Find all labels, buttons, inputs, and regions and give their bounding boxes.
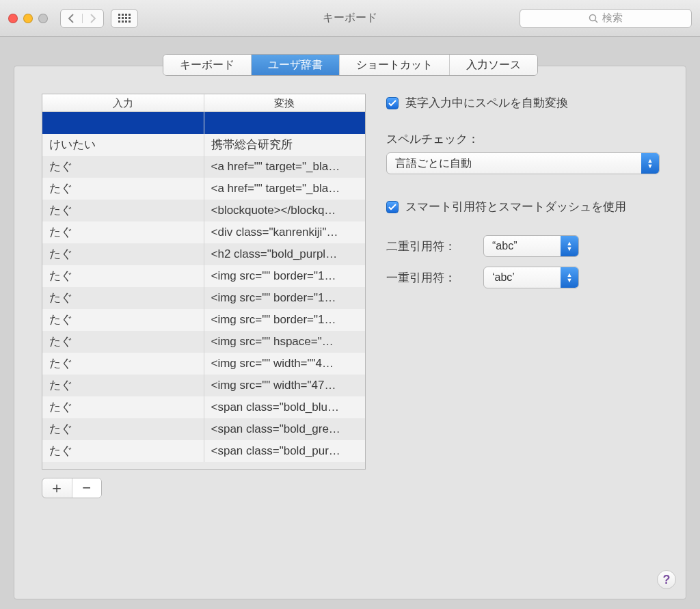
double-quote-popup[interactable]: “abc” ▲▼: [483, 235, 579, 257]
dictionary-table[interactable]: 入力 変換 けいたい携帯総合研究所たぐ<a href="" target="_b…: [42, 94, 366, 470]
cell-replace: [204, 112, 366, 134]
help-button[interactable]: ?: [657, 570, 676, 589]
nav-back-forward[interactable]: [60, 9, 104, 28]
close-window-button[interactable]: [8, 14, 18, 23]
single-quote-label: 一重引用符：: [386, 270, 471, 286]
cell-replace: <span class="bold_gre…: [204, 418, 366, 440]
table-row[interactable]: たぐ<h2 class="bold_purpl…: [42, 243, 365, 265]
table-row[interactable]: たぐ<span class="bold_pur…: [42, 440, 365, 462]
svg-point-12: [590, 14, 596, 21]
table-row[interactable]: たぐ<span class="bold_blu…: [42, 396, 365, 418]
tab-keyboard[interactable]: キーボード: [163, 55, 252, 75]
cell-replace: <img src="" border="1…: [204, 287, 366, 309]
cell-replace: <a href="" target="_bla…: [204, 156, 366, 178]
window-titlebar: キーボード 検索: [0, 0, 700, 37]
cell-replace: <blockquote></blockq…: [204, 200, 366, 221]
cell-replace: <img src="" border="1…: [204, 309, 366, 331]
table-row[interactable]: たぐ<img src="" border="1…: [42, 309, 365, 331]
add-button[interactable]: ＋: [42, 478, 72, 498]
table-row[interactable]: たぐ<a href="" target="_bla…: [42, 178, 365, 200]
table-row[interactable]: たぐ<img src="" hspace="…: [42, 331, 365, 353]
search-placeholder: 検索: [602, 12, 623, 25]
cell-replace: <img src="" width="47…: [204, 375, 366, 396]
table-header: 入力 変換: [42, 94, 365, 112]
stepper-arrows-icon: ▲▼: [561, 236, 578, 256]
svg-rect-6: [125, 17, 127, 19]
cell-replace: <img src="" width=""4…: [204, 353, 366, 375]
forward-button[interactable]: [83, 14, 104, 23]
double-quote-label: 二重引用符：: [386, 239, 471, 254]
auto-spell-label: 英字入力中にスペルを自動変換: [405, 95, 568, 111]
spell-check-label: スペルチェック：: [386, 131, 660, 147]
cell-input: たぐ: [42, 418, 204, 440]
checkmark-icon: [388, 204, 396, 211]
cell-replace: <a href="" target="_bla…: [204, 178, 366, 200]
svg-rect-9: [122, 21, 124, 23]
cell-input: たぐ: [42, 200, 204, 221]
cell-input: たぐ: [42, 375, 204, 396]
cell-input: たぐ: [42, 221, 204, 243]
double-quote-value: “abc”: [492, 240, 517, 252]
table-row[interactable]: たぐ<img src="" border="1…: [42, 265, 365, 287]
svg-rect-2: [125, 14, 127, 16]
add-remove-segment: ＋ −: [42, 478, 102, 498]
spell-check-value: 言語ごとに自動: [395, 157, 472, 171]
svg-rect-10: [125, 21, 127, 23]
tab-user-dictionary[interactable]: ユーザ辞書: [252, 55, 340, 75]
cell-input: [42, 112, 204, 134]
back-button[interactable]: [61, 14, 83, 23]
window-controls: [8, 14, 48, 23]
col-replace[interactable]: 変換: [204, 94, 366, 111]
cell-input: けいたい: [42, 134, 204, 156]
cell-replace: <h2 class="bold_purpl…: [204, 243, 366, 265]
cell-input: たぐ: [42, 287, 204, 309]
cell-input: たぐ: [42, 243, 204, 265]
cell-replace: <img src="" border="1…: [204, 265, 366, 287]
table-row[interactable]: たぐ<a href="" target="_bla…: [42, 156, 365, 178]
remove-button[interactable]: −: [72, 478, 102, 498]
svg-rect-1: [122, 14, 124, 16]
svg-rect-8: [118, 21, 120, 23]
single-quote-popup[interactable]: ‘abc’ ▲▼: [483, 267, 579, 288]
cell-replace: <span class="bold_blu…: [204, 396, 366, 418]
single-quote-value: ‘abc’: [492, 271, 515, 284]
pane-tabs: キーボード ユーザ辞書 ショートカット 入力ソース: [163, 54, 538, 76]
grid-icon: [118, 14, 131, 23]
cell-replace: <span class="bold_pur…: [204, 440, 366, 462]
stepper-arrows-icon: ▲▼: [641, 153, 659, 174]
col-input[interactable]: 入力: [42, 94, 204, 111]
search-field[interactable]: 検索: [520, 9, 692, 28]
svg-rect-4: [118, 17, 120, 19]
cell-input: たぐ: [42, 156, 204, 178]
tab-shortcuts[interactable]: ショートカット: [340, 55, 450, 75]
cell-input: たぐ: [42, 440, 204, 462]
cell-replace: <div class="kanrenkiji"…: [204, 221, 366, 243]
table-row[interactable]: たぐ<span class="bold_gre…: [42, 418, 365, 440]
table-row[interactable]: たぐ<img src="" border="1…: [42, 287, 365, 309]
table-row[interactable]: たぐ<div class="kanrenkiji"…: [42, 221, 365, 243]
cell-input: たぐ: [42, 178, 204, 200]
svg-rect-11: [129, 21, 131, 23]
cell-input: たぐ: [42, 353, 204, 375]
spell-check-popup[interactable]: 言語ごとに自動 ▲▼: [386, 152, 660, 174]
cell-input: たぐ: [42, 396, 204, 418]
cell-input: たぐ: [42, 331, 204, 353]
table-row[interactable]: たぐ<img src="" width="47…: [42, 375, 365, 396]
table-row[interactable]: たぐ<img src="" width=""4…: [42, 353, 365, 375]
svg-rect-5: [122, 17, 124, 19]
svg-line-13: [595, 20, 598, 23]
auto-spell-checkbox[interactable]: [386, 97, 399, 109]
cell-replace: 携帯総合研究所: [204, 134, 366, 156]
smart-quotes-checkbox[interactable]: [386, 201, 399, 213]
stepper-arrows-icon: ▲▼: [561, 267, 578, 288]
table-row[interactable]: [42, 112, 365, 134]
minimize-window-button[interactable]: [23, 14, 33, 23]
show-all-button[interactable]: [111, 9, 138, 28]
svg-rect-0: [118, 14, 120, 16]
checkmark-icon: [388, 100, 396, 107]
tab-input-sources[interactable]: 入力ソース: [450, 55, 537, 75]
table-row[interactable]: たぐ<blockquote></blockq…: [42, 200, 365, 221]
smart-quotes-label: スマート引用符とスマートダッシュを使用: [405, 199, 626, 215]
zoom-window-button[interactable]: [38, 14, 48, 23]
table-row[interactable]: けいたい携帯総合研究所: [42, 134, 365, 156]
